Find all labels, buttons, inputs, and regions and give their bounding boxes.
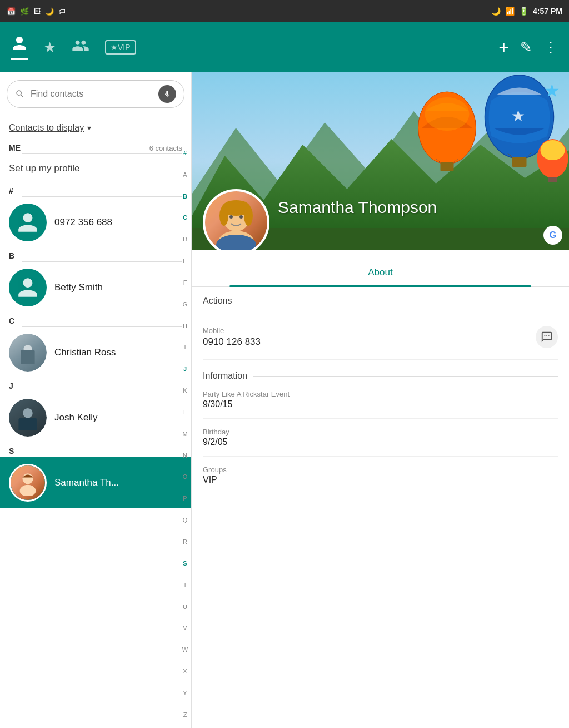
svg-text:★: ★ bbox=[511, 107, 525, 125]
tab-about[interactable]: About bbox=[192, 259, 569, 286]
avatar bbox=[9, 269, 47, 306]
section-letter-j: J bbox=[9, 382, 13, 390]
alpha-J[interactable]: J bbox=[183, 365, 187, 373]
search-input-wrap[interactable] bbox=[7, 80, 184, 108]
list-item[interactable]: Samantha Th... bbox=[0, 457, 191, 508]
section-letter-me: ME bbox=[9, 143, 21, 152]
alpha-D[interactable]: D bbox=[183, 236, 187, 243]
alpha-P[interactable]: P bbox=[183, 495, 187, 502]
information-title: Information bbox=[203, 371, 247, 381]
birthday-value: 9/2/05 bbox=[203, 437, 558, 447]
svg-point-6 bbox=[20, 485, 36, 496]
list-item[interactable]: Betty Smith bbox=[0, 262, 191, 313]
moon-icon: 🌙 bbox=[45, 7, 54, 16]
voice-search-button[interactable] bbox=[158, 85, 176, 103]
alpha-G[interactable]: G bbox=[183, 301, 188, 308]
contact-name: Samantha Th... bbox=[54, 477, 119, 488]
setup-profile-item[interactable]: Set up my profile bbox=[0, 154, 191, 183]
contacts-display-label[interactable]: Contacts to display bbox=[9, 123, 84, 133]
groups-label: Groups bbox=[203, 465, 558, 474]
alpha-N[interactable]: N bbox=[183, 452, 187, 459]
divider3 bbox=[203, 456, 558, 457]
svg-point-30 bbox=[219, 206, 228, 226]
tag-icon: 🏷 bbox=[58, 7, 66, 16]
alpha-C[interactable]: C bbox=[183, 214, 187, 221]
alpha-B[interactable]: B bbox=[183, 193, 187, 200]
event-value: 9/30/15 bbox=[203, 399, 558, 409]
alpha-T[interactable]: T bbox=[183, 582, 187, 589]
nav-tabs: ★ ★VIP bbox=[11, 35, 136, 60]
information-divider bbox=[253, 376, 558, 377]
svg-point-13 bbox=[425, 97, 470, 131]
alpha-E[interactable]: E bbox=[183, 257, 187, 265]
alpha-L[interactable]: L bbox=[183, 409, 187, 416]
svg-point-3 bbox=[23, 408, 32, 418]
tabs-bar: About bbox=[192, 259, 569, 287]
alpha-S[interactable]: S bbox=[183, 560, 187, 567]
actions-divider bbox=[237, 301, 558, 301]
search-bar bbox=[0, 72, 191, 116]
alpha-U[interactable]: U bbox=[183, 603, 187, 611]
alpha-I[interactable]: I bbox=[184, 344, 186, 351]
svg-rect-20 bbox=[512, 157, 527, 167]
contacts-display-bar[interactable]: Contacts to display ▾ bbox=[0, 116, 191, 140]
alpha-K[interactable]: K bbox=[183, 387, 187, 394]
list-item[interactable]: 0972 356 688 bbox=[0, 197, 191, 248]
main-layout: Contacts to display ▾ ME 6 contacts Set … bbox=[0, 72, 569, 728]
battery-icon: 🔋 bbox=[519, 7, 528, 16]
alpha-Z[interactable]: Z bbox=[183, 711, 187, 719]
alpha-O[interactable]: O bbox=[183, 473, 188, 481]
groups-value: VIP bbox=[203, 475, 558, 485]
avatar bbox=[9, 334, 47, 372]
svg-point-33 bbox=[239, 215, 243, 219]
more-options-button[interactable]: ⋮ bbox=[543, 39, 558, 56]
left-panel: Contacts to display ▾ ME 6 contacts Set … bbox=[0, 72, 192, 728]
actions-title: Actions bbox=[203, 296, 232, 306]
avatar bbox=[9, 204, 47, 241]
nav-tab-groups[interactable] bbox=[72, 37, 89, 58]
section-c: C bbox=[0, 313, 191, 326]
alpha-Y[interactable]: Y bbox=[183, 690, 187, 697]
contact-list: ME 6 contacts Set up my profile # 0972 3… bbox=[0, 140, 191, 728]
alpha-M[interactable]: M bbox=[182, 430, 187, 438]
wifi-icon: 📶 bbox=[505, 7, 515, 16]
alpha-V[interactable]: V bbox=[183, 625, 187, 632]
section-hash: # bbox=[0, 183, 191, 196]
divider1 bbox=[203, 359, 558, 360]
search-icon bbox=[15, 89, 25, 99]
alpha-H[interactable]: H bbox=[183, 323, 187, 330]
alpha-X[interactable]: X bbox=[183, 668, 187, 675]
nav-tab-favorites[interactable]: ★ bbox=[43, 39, 56, 56]
alphabet-sidebar: # A B C D E F G H I J K L M N O P Q R S bbox=[179, 140, 191, 728]
section-count-me: 6 contacts bbox=[149, 144, 182, 152]
actions-section: Actions bbox=[192, 287, 569, 315]
edit-button[interactable]: ✎ bbox=[520, 39, 532, 56]
google-icon: G bbox=[543, 226, 562, 245]
event-block: Party Like A Rickstar Event 9/30/15 bbox=[192, 390, 569, 416]
mobile-value: 0910 126 833 bbox=[203, 336, 261, 348]
nav-tab-vip[interactable]: ★VIP bbox=[105, 40, 136, 55]
list-item[interactable]: Christian Ross bbox=[0, 327, 191, 378]
calendar-icon: 📅 bbox=[7, 7, 16, 16]
alpha-F[interactable]: F bbox=[183, 279, 187, 286]
list-item[interactable]: Josh Kelly bbox=[0, 392, 191, 443]
alpha-Q[interactable]: Q bbox=[183, 517, 188, 524]
search-input[interactable] bbox=[31, 89, 153, 99]
add-contact-button[interactable]: + bbox=[498, 37, 509, 58]
contact-name: 0972 356 688 bbox=[54, 217, 112, 228]
mobile-detail: Mobile 0910 126 833 bbox=[203, 326, 261, 348]
contact-name: Betty Smith bbox=[54, 282, 103, 293]
birthday-block: Birthday 9/2/05 bbox=[192, 421, 569, 454]
section-s: S bbox=[0, 443, 191, 457]
svg-point-24 bbox=[541, 140, 565, 160]
alpha-hash[interactable]: # bbox=[183, 150, 187, 157]
avatar bbox=[9, 464, 47, 502]
alpha-A[interactable]: A bbox=[183, 171, 187, 179]
svg-rect-25 bbox=[548, 177, 557, 182]
nav-tab-contacts[interactable] bbox=[11, 35, 28, 60]
message-button[interactable] bbox=[536, 326, 558, 348]
favorite-star-icon[interactable]: ★ bbox=[544, 80, 560, 101]
alpha-R[interactable]: R bbox=[183, 538, 187, 546]
alpha-W[interactable]: W bbox=[182, 646, 188, 653]
section-j: J bbox=[0, 378, 191, 392]
